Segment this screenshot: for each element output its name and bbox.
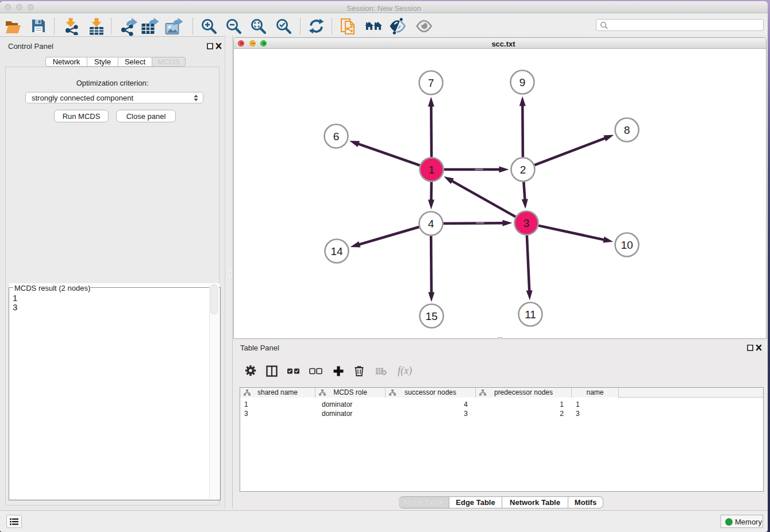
- svg-text:6: 6: [333, 130, 340, 142]
- svg-text:3: 3: [523, 217, 530, 229]
- svg-text:f(x): f(x): [398, 365, 412, 377]
- svg-text:4: 4: [428, 218, 434, 230]
- svg-text:9: 9: [519, 76, 526, 88]
- svg-text:1: 1: [429, 164, 435, 176]
- svg-text:11: 11: [525, 309, 536, 321]
- svg-text:14: 14: [330, 245, 343, 257]
- svg-text:10: 10: [621, 239, 633, 251]
- svg-text:8: 8: [624, 124, 630, 136]
- svg-text:2: 2: [520, 164, 526, 176]
- svg-text:7: 7: [428, 77, 434, 89]
- svg-text:15: 15: [425, 310, 437, 322]
